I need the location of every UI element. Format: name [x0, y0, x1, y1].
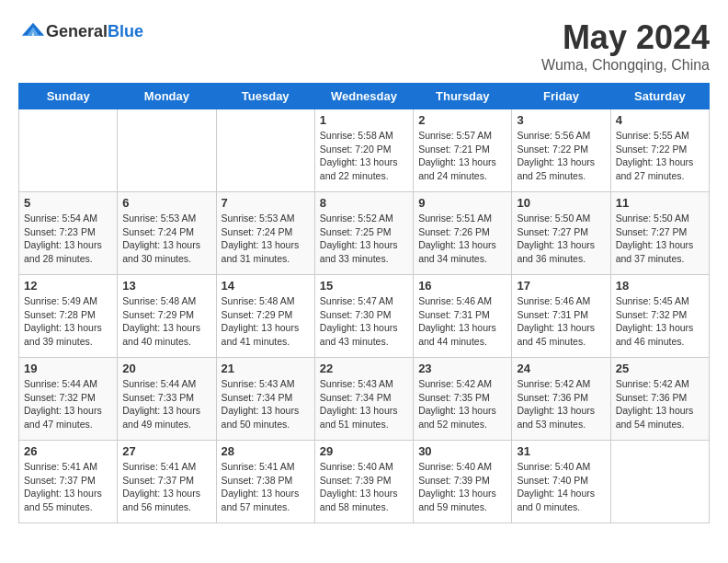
- header-tuesday: Tuesday: [216, 84, 314, 109]
- calendar-cell: 10 Sunrise: 5:50 AMSunset: 7:27 PMDaylig…: [512, 192, 610, 275]
- calendar-cell: 24 Sunrise: 5:42 AMSunset: 7:36 PMDaylig…: [512, 358, 610, 441]
- day-info: Sunrise: 5:48 AMSunset: 7:29 PMDaylight:…: [122, 294, 210, 349]
- calendar-cell: 17 Sunrise: 5:46 AMSunset: 7:31 PMDaylig…: [512, 275, 610, 358]
- day-info: Sunrise: 5:41 AMSunset: 7:38 PMDaylight:…: [222, 460, 310, 514]
- week-row-3: 12 Sunrise: 5:49 AMSunset: 7:28 PMDaylig…: [19, 275, 710, 358]
- logo-icon: [20, 18, 46, 44]
- day-info: Sunrise: 5:40 AMSunset: 7:40 PMDaylight:…: [517, 460, 605, 514]
- calendar-cell: 20 Sunrise: 5:44 AMSunset: 7:33 PMDaylig…: [118, 358, 216, 441]
- day-number: 1: [320, 113, 408, 127]
- header-friday: Friday: [512, 84, 610, 109]
- calendar-cell: 18 Sunrise: 5:45 AMSunset: 7:32 PMDaylig…: [610, 275, 709, 358]
- calendar-cell: 28 Sunrise: 5:41 AMSunset: 7:38 PMDaylig…: [216, 441, 314, 523]
- calendar-cell: 26 Sunrise: 5:41 AMSunset: 7:37 PMDaylig…: [19, 441, 118, 523]
- day-number: 31: [517, 444, 605, 458]
- calendar-cell: 2 Sunrise: 5:57 AMSunset: 7:21 PMDayligh…: [414, 109, 512, 192]
- calendar-cell: 9 Sunrise: 5:51 AMSunset: 7:26 PMDayligh…: [414, 192, 512, 275]
- day-number: 14: [222, 279, 310, 293]
- day-number: 7: [222, 196, 310, 210]
- calendar-cell: 3 Sunrise: 5:56 AMSunset: 7:22 PMDayligh…: [512, 109, 610, 192]
- day-info: Sunrise: 5:41 AMSunset: 7:37 PMDaylight:…: [24, 460, 112, 514]
- calendar-cell: 7 Sunrise: 5:53 AMSunset: 7:24 PMDayligh…: [216, 192, 314, 275]
- day-info: Sunrise: 5:53 AMSunset: 7:24 PMDaylight:…: [222, 212, 310, 266]
- calendar-cell: 31 Sunrise: 5:40 AMSunset: 7:40 PMDaylig…: [512, 441, 610, 523]
- calendar-cell: 29 Sunrise: 5:40 AMSunset: 7:39 PMDaylig…: [314, 441, 413, 523]
- days-header-row: Sunday Monday Tuesday Wednesday Thursday…: [19, 84, 710, 109]
- week-row-5: 26 Sunrise: 5:41 AMSunset: 7:37 PMDaylig…: [19, 441, 710, 523]
- day-number: 16: [418, 279, 506, 293]
- day-number: 29: [320, 444, 408, 458]
- calendar-cell: 19 Sunrise: 5:44 AMSunset: 7:32 PMDaylig…: [19, 358, 118, 441]
- day-number: 5: [24, 196, 112, 210]
- day-info: Sunrise: 5:55 AMSunset: 7:22 PMDaylight:…: [616, 129, 704, 183]
- calendar-cell: 12 Sunrise: 5:49 AMSunset: 7:28 PMDaylig…: [19, 275, 118, 358]
- day-info: Sunrise: 5:40 AMSunset: 7:39 PMDaylight:…: [418, 460, 506, 514]
- day-info: Sunrise: 5:43 AMSunset: 7:34 PMDaylight:…: [320, 377, 408, 431]
- day-number: 18: [616, 279, 704, 293]
- day-number: 12: [24, 279, 112, 293]
- day-number: 26: [24, 444, 112, 458]
- week-row-2: 5 Sunrise: 5:54 AMSunset: 7:23 PMDayligh…: [19, 192, 710, 275]
- calendar-cell: 4 Sunrise: 5:55 AMSunset: 7:22 PMDayligh…: [610, 109, 709, 192]
- day-info: Sunrise: 5:56 AMSunset: 7:22 PMDaylight:…: [517, 129, 605, 183]
- day-info: Sunrise: 5:57 AMSunset: 7:21 PMDaylight:…: [418, 129, 506, 183]
- day-number: 20: [122, 362, 210, 375]
- day-number: 2: [418, 113, 506, 127]
- day-number: 8: [320, 196, 408, 210]
- day-number: 25: [616, 362, 704, 375]
- day-number: 10: [517, 196, 605, 210]
- day-info: Sunrise: 5:42 AMSunset: 7:36 PMDaylight:…: [517, 377, 605, 431]
- day-number: 22: [320, 362, 408, 375]
- day-info: Sunrise: 5:48 AMSunset: 7:29 PMDaylight:…: [222, 294, 310, 349]
- day-info: Sunrise: 5:44 AMSunset: 7:33 PMDaylight:…: [122, 377, 210, 431]
- calendar-cell: 5 Sunrise: 5:54 AMSunset: 7:23 PMDayligh…: [19, 192, 118, 275]
- calendar-cell: [216, 109, 314, 192]
- day-number: 28: [222, 444, 310, 458]
- day-info: Sunrise: 5:42 AMSunset: 7:36 PMDaylight:…: [616, 377, 704, 431]
- logo: GeneralBlue: [18, 18, 143, 44]
- day-number: 21: [222, 362, 310, 375]
- header-thursday: Thursday: [414, 84, 512, 109]
- calendar-cell: 25 Sunrise: 5:42 AMSunset: 7:36 PMDaylig…: [610, 358, 709, 441]
- day-info: Sunrise: 5:49 AMSunset: 7:28 PMDaylight:…: [24, 294, 112, 349]
- header-monday: Monday: [118, 84, 216, 109]
- day-info: Sunrise: 5:51 AMSunset: 7:26 PMDaylight:…: [418, 212, 506, 266]
- calendar-cell: 6 Sunrise: 5:53 AMSunset: 7:24 PMDayligh…: [118, 192, 216, 275]
- calendar-cell: 22 Sunrise: 5:43 AMSunset: 7:34 PMDaylig…: [314, 358, 413, 441]
- day-info: Sunrise: 5:45 AMSunset: 7:32 PMDaylight:…: [616, 294, 704, 349]
- calendar-cell: 11 Sunrise: 5:50 AMSunset: 7:27 PMDaylig…: [610, 192, 709, 275]
- day-info: Sunrise: 5:54 AMSunset: 7:23 PMDaylight:…: [24, 212, 112, 266]
- day-info: Sunrise: 5:44 AMSunset: 7:32 PMDaylight:…: [24, 377, 112, 431]
- calendar-cell: [19, 109, 118, 192]
- calendar-cell: 30 Sunrise: 5:40 AMSunset: 7:39 PMDaylig…: [414, 441, 512, 523]
- day-number: 9: [418, 196, 506, 210]
- header-saturday: Saturday: [610, 84, 709, 109]
- day-number: 3: [517, 113, 605, 127]
- day-number: 15: [320, 279, 408, 293]
- day-number: 6: [122, 196, 210, 210]
- calendar-cell: 15 Sunrise: 5:47 AMSunset: 7:30 PMDaylig…: [314, 275, 413, 358]
- day-info: Sunrise: 5:43 AMSunset: 7:34 PMDaylight:…: [222, 377, 310, 431]
- header-sunday: Sunday: [19, 84, 118, 109]
- day-info: Sunrise: 5:46 AMSunset: 7:31 PMDaylight:…: [418, 294, 506, 349]
- day-number: 23: [418, 362, 506, 375]
- page-header: GeneralBlue May 2024 Wuma, Chongqing, Ch…: [18, 18, 710, 74]
- week-row-4: 19 Sunrise: 5:44 AMSunset: 7:32 PMDaylig…: [19, 358, 710, 441]
- day-info: Sunrise: 5:53 AMSunset: 7:24 PMDaylight:…: [122, 212, 210, 266]
- calendar-cell: 16 Sunrise: 5:46 AMSunset: 7:31 PMDaylig…: [414, 275, 512, 358]
- month-title: May 2024: [541, 18, 710, 57]
- logo-blue: Blue: [108, 22, 143, 40]
- day-info: Sunrise: 5:41 AMSunset: 7:37 PMDaylight:…: [122, 460, 210, 514]
- calendar-table: Sunday Monday Tuesday Wednesday Thursday…: [18, 83, 710, 523]
- calendar-cell: 14 Sunrise: 5:48 AMSunset: 7:29 PMDaylig…: [216, 275, 314, 358]
- calendar-cell: 8 Sunrise: 5:52 AMSunset: 7:25 PMDayligh…: [314, 192, 413, 275]
- day-info: Sunrise: 5:52 AMSunset: 7:25 PMDaylight:…: [320, 212, 408, 266]
- day-number: 30: [418, 444, 506, 458]
- calendar-cell: 13 Sunrise: 5:48 AMSunset: 7:29 PMDaylig…: [118, 275, 216, 358]
- day-number: 19: [24, 362, 112, 375]
- calendar-cell: 21 Sunrise: 5:43 AMSunset: 7:34 PMDaylig…: [216, 358, 314, 441]
- day-info: Sunrise: 5:50 AMSunset: 7:27 PMDaylight:…: [616, 212, 704, 266]
- day-info: Sunrise: 5:50 AMSunset: 7:27 PMDaylight:…: [517, 212, 605, 266]
- week-row-1: 1 Sunrise: 5:58 AMSunset: 7:20 PMDayligh…: [19, 109, 710, 192]
- day-info: Sunrise: 5:46 AMSunset: 7:31 PMDaylight:…: [517, 294, 605, 349]
